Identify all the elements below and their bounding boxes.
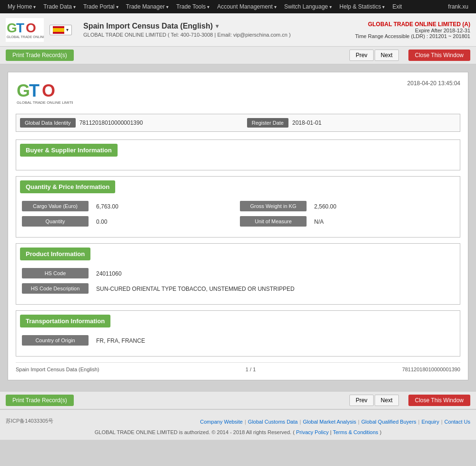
nav-my-home[interactable]: My Home ▾ xyxy=(4,0,40,13)
svg-rect-6 xyxy=(53,28,64,32)
close-button-top[interactable]: Close This Window xyxy=(408,50,470,61)
page-footer: 苏ICP备14033305号 Company Website | Global … xyxy=(0,409,476,440)
footer-global-customs[interactable]: Global Customs Data xyxy=(248,419,298,425)
quantity-label: Quantity xyxy=(22,216,89,227)
buyer-supplier-content xyxy=(16,160,460,170)
svg-text:G: G xyxy=(7,20,17,35)
footer-page-info: 1 / 1 xyxy=(246,367,256,372)
hs-code-label: HS Code xyxy=(22,268,89,278)
footer-copyright: GLOBAL TRADE ONLINE LIMITED is authorize… xyxy=(6,429,470,437)
unit-of-measure-value: N/A xyxy=(310,216,454,228)
product-content: HS Code 24011060 HS Code Description SUN… xyxy=(16,264,460,304)
svg-text:GLOBAL TRADE ONLINE: GLOBAL TRADE ONLINE xyxy=(7,35,44,39)
chevron-down-icon: ▾ xyxy=(166,4,169,10)
card-logo: G T O GLOBAL TRADE ONLINE LIMITED xyxy=(16,80,73,106)
chevron-down-icon: ▾ xyxy=(274,4,277,10)
footer-links: Company Website | Global Customs Data | … xyxy=(200,416,470,426)
nav-trade-tools[interactable]: Trade Tools ▾ xyxy=(172,0,213,13)
prev-button-top[interactable]: Prev xyxy=(349,50,374,61)
global-data-identity-label: Global Data Identity xyxy=(20,118,76,128)
nav-buttons-top: Prev Next xyxy=(349,50,398,61)
chevron-down-icon: ▾ xyxy=(73,4,76,10)
cargo-value-label: Cargo Value (Euro) xyxy=(22,201,89,211)
transportation-section: Transportation Information Country of Or… xyxy=(16,310,460,357)
hs-desc-row: HS Code Description SUN-CURED ORIENTAL T… xyxy=(22,283,454,295)
header-right: GLOBAL TRADE ONLINE LIMITED (A) Expire A… xyxy=(355,21,470,39)
global-data-identity-value: 78112018010000001390 xyxy=(79,119,243,126)
footer-global-market[interactable]: Global Market Analysis xyxy=(303,419,356,425)
hs-desc-label: HS Code Description xyxy=(22,283,89,294)
expire-info: Expire After 2018-12-31 xyxy=(355,28,470,33)
gross-weight-value: 2,560.00 xyxy=(310,201,454,212)
nav-exit[interactable]: Exit xyxy=(388,0,406,13)
action-bar-bottom: Print Trade Record(s) Prev Next Close Th… xyxy=(0,392,476,409)
main-content: G T O GLOBAL TRADE ONLINE LIMITED 2018-0… xyxy=(0,64,476,392)
country-of-origin-row: Country of Origin FR, FRA, FRANCE xyxy=(22,335,454,347)
print-button-top[interactable]: Print Trade Record(s) xyxy=(6,50,74,61)
next-button-bottom[interactable]: Next xyxy=(375,395,399,406)
nav-trade-manager[interactable]: Trade Manager ▾ xyxy=(122,0,173,13)
identity-row: Global Data Identity 7811201801000000139… xyxy=(16,114,460,132)
footer-global-buyers[interactable]: Global Qualified Buyers xyxy=(361,419,416,425)
next-button-top[interactable]: Next xyxy=(375,50,399,61)
nav-account-management[interactable]: Account Management ▾ xyxy=(213,0,280,13)
register-date-label: Register Date xyxy=(247,118,288,128)
quantity-price-section: Quantity & Price Information Cargo Value… xyxy=(16,176,460,238)
svg-text:T: T xyxy=(16,20,24,35)
page-title: Spain Import Census Data (English) ▾ xyxy=(83,22,355,30)
country-of-origin-value: FR, FRA, FRANCE xyxy=(92,335,454,347)
print-button-bottom[interactable]: Print Trade Record(s) xyxy=(6,395,74,406)
hs-code-row: HS Code 24011060 xyxy=(22,268,454,279)
footer-record-id: 78112018010000001390 xyxy=(402,367,460,372)
hs-desc-value: SUN-CURED ORIENTAL TYPE TOBACCO, UNSTEMM… xyxy=(92,283,454,295)
ldr-info: Time Range Accessible (LDR) : 201201 ~ 2… xyxy=(355,33,470,39)
header-subtitle: GLOBAL TRADE ONLINE LIMITED ( Tel: 400-7… xyxy=(83,32,355,38)
svg-text:O: O xyxy=(42,81,55,100)
quantity-price-content: Cargo Value (Euro) 6,763.00 Gross Weight… xyxy=(16,197,460,237)
title-dropdown-arrow: ▾ xyxy=(216,23,218,30)
nav-trade-portal[interactable]: Trade Portal ▾ xyxy=(79,0,122,13)
chevron-down-icon: ▾ xyxy=(66,27,69,32)
header-center: Spain Import Census Data (English) ▾ GLO… xyxy=(78,22,355,38)
nav-buttons-bottom: Prev Next xyxy=(349,395,398,406)
prev-button-bottom[interactable]: Prev xyxy=(349,395,374,406)
nav-trade-data[interactable]: Trade Data ▾ xyxy=(40,0,79,13)
hs-code-value: 24011060 xyxy=(92,268,454,279)
gross-weight-label: Gross Weight in KG xyxy=(240,201,307,211)
chevron-down-icon: ▾ xyxy=(116,4,119,10)
svg-text:O: O xyxy=(26,20,36,35)
privacy-policy-link[interactable]: Privacy Policy xyxy=(296,429,328,435)
buyer-supplier-header: Buyer & Supplier Information xyxy=(20,144,118,157)
logo-area: G T O GLOBAL TRADE ONLINE ▾ xyxy=(6,18,78,42)
footer-company-website[interactable]: Company Website xyxy=(200,419,243,425)
svg-text:GLOBAL TRADE ONLINE LIMITED: GLOBAL TRADE ONLINE LIMITED xyxy=(17,100,73,105)
record-card: G T O GLOBAL TRADE ONLINE LIMITED 2018-0… xyxy=(8,72,468,380)
buyer-supplier-section: Buyer & Supplier Information xyxy=(16,139,460,170)
product-section: Product Information HS Code 24011060 HS … xyxy=(16,243,460,305)
company-name-link[interactable]: GLOBAL TRADE ONLINE LIMITED (A) xyxy=(355,21,470,28)
cargo-value-row: Cargo Value (Euro) 6,763.00 Gross Weight… xyxy=(22,201,454,212)
language-flag-selector[interactable]: ▾ xyxy=(50,25,72,35)
cargo-value-value: 6,763.00 xyxy=(92,201,236,212)
record-timestamp: 2018-04-20 13:45:04 xyxy=(407,80,460,87)
country-of-origin-label: Country of Origin xyxy=(22,335,89,346)
quantity-value: 0.00 xyxy=(92,216,236,228)
footer-enquiry[interactable]: Enquiry xyxy=(421,419,439,425)
username-display: frank.xu xyxy=(444,3,472,10)
transportation-header: Transportation Information xyxy=(20,315,110,327)
quantity-price-header: Quantity & Price Information xyxy=(20,180,115,193)
terms-conditions-link[interactable]: Terms & Conditions xyxy=(333,429,378,435)
icp-text: 苏ICP备14033305号 xyxy=(6,415,53,427)
action-bar-top: Print Trade Record(s) Prev Next Close Th… xyxy=(0,47,476,64)
footer-doc-title: Spain Import Census Data (English) xyxy=(16,367,99,372)
chevron-down-icon: ▾ xyxy=(207,4,209,10)
nav-switch-language[interactable]: Switch Language ▾ xyxy=(280,0,336,13)
chevron-down-icon: ▾ xyxy=(329,4,332,10)
chevron-down-icon: ▾ xyxy=(33,4,36,10)
nav-help-statistics[interactable]: Help & Statistics ▾ xyxy=(336,0,388,13)
header-bar: G T O GLOBAL TRADE ONLINE ▾ Spain Import… xyxy=(0,13,476,47)
footer-contact-us[interactable]: Contact Us xyxy=(445,419,470,425)
card-header: G T O GLOBAL TRADE ONLINE LIMITED 2018-0… xyxy=(16,80,460,106)
register-date-value: 2018-01-01 xyxy=(292,119,456,126)
close-button-bottom[interactable]: Close This Window xyxy=(408,395,470,406)
